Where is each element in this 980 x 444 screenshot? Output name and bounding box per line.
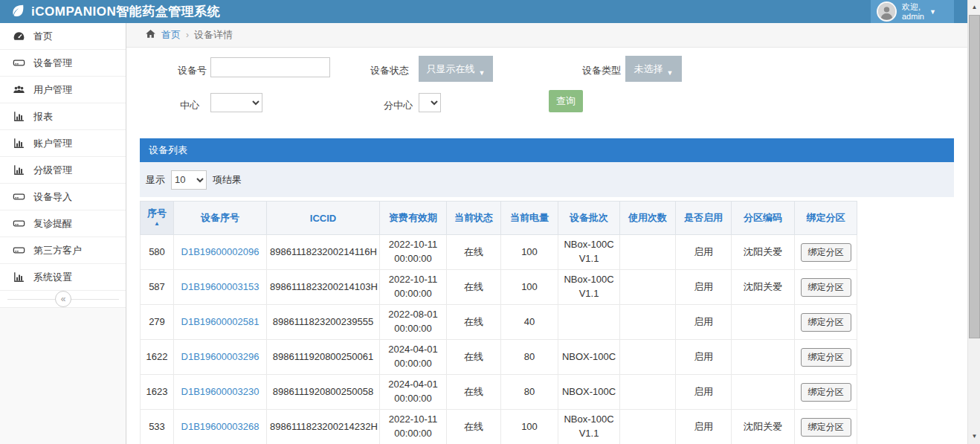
scroll-up-icon[interactable]: ▲ xyxy=(968,1,980,13)
app-title: iCOMPANION智能药盒管理系统 xyxy=(31,3,220,20)
sidebar-item-home[interactable]: 首页 xyxy=(0,23,126,50)
cell-iccid: 8986111823200214232H xyxy=(267,410,380,444)
bar-chart-icon xyxy=(13,271,25,283)
device-serial-link[interactable]: D1B19600002581 xyxy=(181,316,259,327)
panel-title: 设备列表 xyxy=(140,138,954,162)
device-status-value: 只显示在线 xyxy=(427,62,475,76)
breadcrumb-home-link[interactable]: 首页 xyxy=(161,28,181,42)
cell-batch xyxy=(558,305,620,340)
page-scrollbar[interactable]: ▲ ▼ xyxy=(967,0,980,444)
col-header-index[interactable]: 序号▲ xyxy=(141,202,174,235)
cell-action: 绑定分区 xyxy=(795,375,857,410)
cell-use_count xyxy=(620,270,676,305)
cell-partition_code: 沈阳关爱 xyxy=(732,235,795,270)
col-header-use-count[interactable]: 使用次数 xyxy=(620,202,676,235)
cell-action: 绑定分区 xyxy=(795,270,857,305)
sidebar-item-account-mgmt[interactable]: 账户管理 xyxy=(0,130,126,157)
sidebar-item-reports[interactable]: 报表 xyxy=(0,103,126,130)
cell-serial: D1B19600002581 xyxy=(174,305,267,340)
cell-expire: 2022-10-11 00:00:00 xyxy=(380,235,447,270)
chevron-down-icon: ▼ xyxy=(929,8,936,16)
cell-enabled: 启用 xyxy=(676,305,732,340)
bind-partition-button[interactable]: 绑定分区 xyxy=(801,383,851,402)
filter-form: 设备号 设备状态 只显示在线 ▼ 设备类型 未选择 ▼ 中心 分中心 查询 xyxy=(126,48,967,138)
cell-use_count xyxy=(620,375,676,410)
device-status-dropdown[interactable]: 只显示在线 ▼ xyxy=(419,56,493,82)
col-header-serial[interactable]: 设备序号 xyxy=(174,202,267,235)
top-navbar: iCOMPANION智能药盒管理系统 欢迎, admin ▼ xyxy=(0,0,967,23)
cell-use_count xyxy=(620,340,676,375)
leaf-icon xyxy=(10,3,25,21)
cell-status: 在线 xyxy=(447,410,501,444)
search-button[interactable]: 查询 xyxy=(549,90,583,112)
cell-partition_code: 沈阳关爱 xyxy=(732,270,795,305)
col-header-batch[interactable]: 设备批次 xyxy=(558,202,620,235)
cell-serial: D1B19600003153 xyxy=(174,270,267,305)
cell-index: 1622 xyxy=(141,340,174,375)
col-header-status[interactable]: 当前状态 xyxy=(447,202,501,235)
col-header-partition-code[interactable]: 分区编码 xyxy=(732,202,795,235)
col-header-enabled[interactable]: 是否启用 xyxy=(676,202,732,235)
sidebar-item-user-mgmt[interactable]: 用户管理 xyxy=(0,77,126,103)
bind-partition-button[interactable]: 绑定分区 xyxy=(801,418,851,437)
sidebar-item-revisit-reminder[interactable]: 复诊提醒 xyxy=(0,210,126,237)
scroll-down-icon[interactable]: ▼ xyxy=(968,431,980,443)
sidebar-item-level-mgmt[interactable]: 分级管理 xyxy=(0,157,126,184)
col-header-expire[interactable]: 资费有效期 xyxy=(380,202,447,235)
cell-partition_code xyxy=(732,375,795,410)
col-header-bind-partition[interactable]: 绑定分区 xyxy=(795,202,857,235)
page-size-select[interactable]: 10 xyxy=(171,170,207,190)
cell-index: 1623 xyxy=(141,375,174,410)
cell-partition_code: 沈阳关爱 xyxy=(732,410,795,444)
sidebar-item-label: 账户管理 xyxy=(33,137,72,150)
device-no-input[interactable] xyxy=(210,57,330,77)
cell-use_count xyxy=(620,410,676,444)
bind-partition-button[interactable]: 绑定分区 xyxy=(801,348,851,367)
cell-action: 绑定分区 xyxy=(795,235,857,270)
device-type-dropdown[interactable]: 未选择 ▼ xyxy=(625,56,682,82)
sidebar-item-system-settings[interactable]: 系统设置 xyxy=(0,264,126,291)
device-status-label: 设备状态 xyxy=(335,64,409,77)
cell-expire: 2024-04-01 00:00:00 xyxy=(380,375,447,410)
col-header-iccid[interactable]: ICCID xyxy=(267,202,380,235)
cell-battery: 100 xyxy=(501,270,558,305)
bar-chart-icon xyxy=(13,137,25,149)
cell-iccid: 8986111823200214116H xyxy=(267,235,380,270)
cell-iccid: 8986111920800250058 xyxy=(267,375,380,410)
page: iCOMPANION智能药盒管理系统 欢迎, admin ▼ ▲ ▼ 首页 设备… xyxy=(0,0,980,444)
sidebar-item-label: 分级管理 xyxy=(33,164,72,177)
user-menu[interactable]: 欢迎, admin ▼ xyxy=(871,0,954,23)
bind-partition-button[interactable]: 绑定分区 xyxy=(801,278,851,297)
cell-serial: D1B19600002096 xyxy=(174,235,267,270)
cell-enabled: 启用 xyxy=(676,410,732,444)
bind-partition-button[interactable]: 绑定分区 xyxy=(801,313,851,332)
cell-status: 在线 xyxy=(447,305,501,340)
device-type-label: 设备类型 xyxy=(547,64,621,77)
sidebar-item-device-mgmt[interactable]: 设备管理 xyxy=(0,50,126,77)
cell-battery: 80 xyxy=(501,340,558,375)
device-serial-link[interactable]: D1B19600003153 xyxy=(181,281,259,292)
cell-expire: 2022-10-11 00:00:00 xyxy=(380,410,447,444)
table-row: 279D1B1960000258189861118232002395552022… xyxy=(141,305,857,340)
sidebar-item-label: 首页 xyxy=(33,30,53,43)
sidebar-item-device-import[interactable]: 设备导入 xyxy=(0,184,126,210)
cell-enabled: 启用 xyxy=(676,235,732,270)
subcenter-select[interactable] xyxy=(419,93,441,112)
col-header-battery[interactable]: 当前电量 xyxy=(501,202,558,235)
device-serial-link[interactable]: D1B19600002096 xyxy=(181,246,259,257)
sidebar-item-thirdparty-client[interactable]: 第三方客户 xyxy=(0,237,126,264)
device-serial-link[interactable]: D1B19600003296 xyxy=(181,351,259,362)
sidebar-collapse-button[interactable]: « xyxy=(55,291,71,307)
device-serial-link[interactable]: D1B19600003268 xyxy=(181,421,259,432)
cell-expire: 2022-10-11 00:00:00 xyxy=(380,270,447,305)
cell-expire: 2022-08-01 00:00:00 xyxy=(380,305,447,340)
bar-chart-icon xyxy=(13,164,25,176)
cell-expire: 2024-04-01 00:00:00 xyxy=(380,340,447,375)
scrollbar-thumb[interactable] xyxy=(969,15,980,338)
device-serial-link[interactable]: D1B19600003230 xyxy=(181,386,259,397)
cell-battery: 40 xyxy=(501,305,558,340)
bind-partition-button[interactable]: 绑定分区 xyxy=(801,243,851,262)
center-select[interactable] xyxy=(210,93,262,112)
cell-index: 587 xyxy=(141,270,174,305)
cell-use_count xyxy=(620,235,676,270)
